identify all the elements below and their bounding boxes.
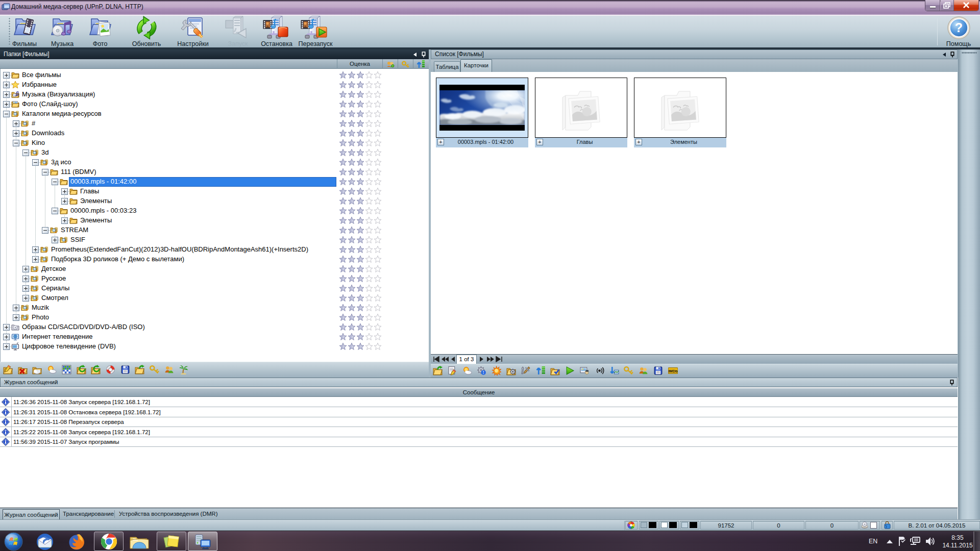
svg-text:?: ? <box>955 20 963 35</box>
